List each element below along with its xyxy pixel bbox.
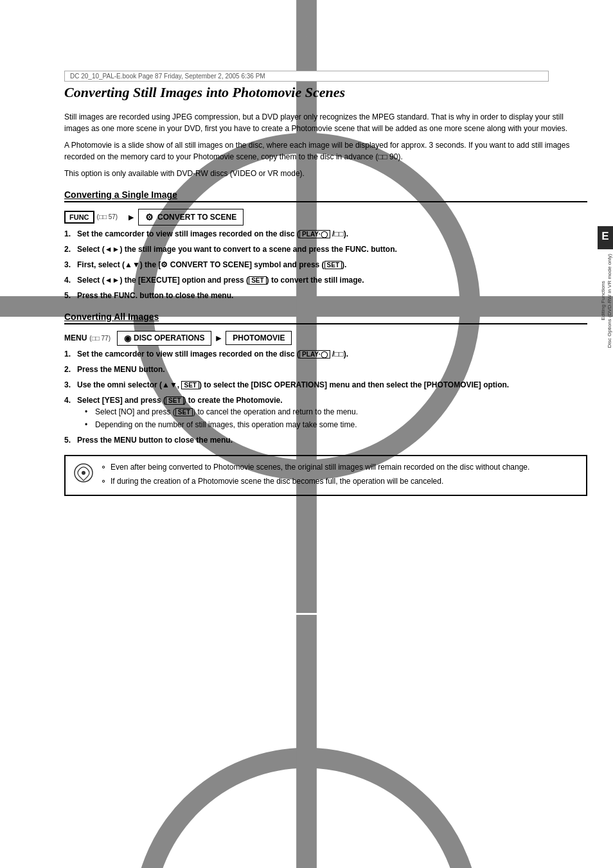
step-1-4: 4. Select (◄►) the [EXECUTE] option and …: [64, 274, 587, 286]
func-label: FUNC: [64, 211, 94, 224]
main-content: Converting Still Images into Photomovie …: [64, 84, 587, 868]
step-1-5: 5. Press the FUNC. button to close the m…: [64, 290, 587, 301]
note-box: ⚬ Even after being converted to Photomov…: [64, 455, 587, 496]
arrow2-icon: ►: [214, 333, 223, 343]
step-2-4: 4. Select [YES] and press (SET) to creat…: [64, 394, 587, 430]
bullet-2: • Depending on the number of still image…: [85, 419, 587, 430]
intro-para-3: This option is only available with DVD-R…: [64, 168, 587, 179]
page: DC 20_10_PAL-E.book Page 87 Friday, Sept…: [0, 0, 613, 868]
convert-box: ⚙ CONVERT TO SCENE: [138, 209, 244, 226]
step-1-3: 3. First, select (▲▼) the [⚙ CONVERT TO …: [64, 259, 587, 270]
note-item-1: ⚬ Even after being converted to Photomov…: [100, 461, 529, 473]
convert-icon: ⚙: [145, 212, 154, 222]
side-tab: E: [598, 226, 613, 249]
menu-box-row: MENU (□□ 77) ◉ DISC OPERATIONS ► PHOTOMO…: [64, 331, 587, 346]
arrow-icon: ►: [127, 212, 136, 222]
bullet-1: • Select [NO] and press (SET) to cancel …: [85, 406, 587, 418]
svg-point-22: [82, 471, 85, 475]
convert-label: CONVERT TO SCENE: [157, 213, 236, 222]
disc-ops-box: ◉ DISC OPERATIONS: [117, 331, 211, 346]
section1-heading: Converting a Single Image: [64, 190, 587, 202]
step-2-4-sub: • Select [NO] and press (SET) to cancel …: [77, 406, 587, 430]
disc-icon: ◉: [124, 333, 131, 343]
chapter-title: Converting Still Images into Photomovie …: [64, 84, 587, 102]
step-2-3: 3. Use the omni selector (▲▼, SET) to se…: [64, 379, 587, 391]
step-2-5: 5. Press the MENU button to close the me…: [64, 434, 587, 446]
step-1-1: 1. Set the camcorder to view still image…: [64, 228, 587, 240]
func-box-row: FUNC (□□ 57) ► ⚙ CONVERT TO SCENE: [64, 209, 587, 226]
section1-steps: 1. Set the camcorder to view still image…: [64, 228, 587, 301]
step-2-2: 2. Press the MENU button.: [64, 364, 587, 375]
func-sub: (□□ 57): [97, 213, 118, 220]
disc-ops-label: DISC OPERATIONS: [134, 333, 204, 342]
note-content: ⚬ Even after being converted to Photomov…: [100, 461, 529, 490]
section2-steps: 1. Set the camcorder to view still image…: [64, 348, 587, 446]
section2-heading: Converting All Images: [64, 312, 587, 324]
intro-para-1: Still images are recorded using JPEG com…: [64, 111, 587, 134]
side-tab-text: Editing FunctionsDisc Options (DVD-RW in…: [600, 254, 612, 348]
note-item-2: ⚬ If during the creation of a Photomovie…: [100, 475, 529, 487]
side-tab-letter: E: [601, 230, 609, 243]
note-text-1: Even after being converted to Photomovie…: [111, 461, 529, 473]
note-icon: [73, 463, 94, 487]
top-center-reg: [299, 29, 314, 46]
note-text-2: If during the creation of a Photomovie s…: [111, 475, 443, 487]
menu-sub: (□□ 77): [89, 335, 111, 342]
step-1-2: 2. Select (◄►) the still image you want …: [64, 244, 587, 255]
photomovie-label: PHOTOMOVIE: [233, 333, 285, 342]
file-label: DC 20_10_PAL-E.book Page 87 Friday, Sept…: [64, 71, 549, 82]
intro-para-2: A Photomovie is a slide show of all stil…: [64, 139, 587, 163]
step-2-1: 1. Set the camcorder to view still image…: [64, 348, 587, 360]
menu-label: MENU: [64, 333, 87, 342]
photomovie-box: PHOTOMOVIE: [226, 331, 292, 345]
